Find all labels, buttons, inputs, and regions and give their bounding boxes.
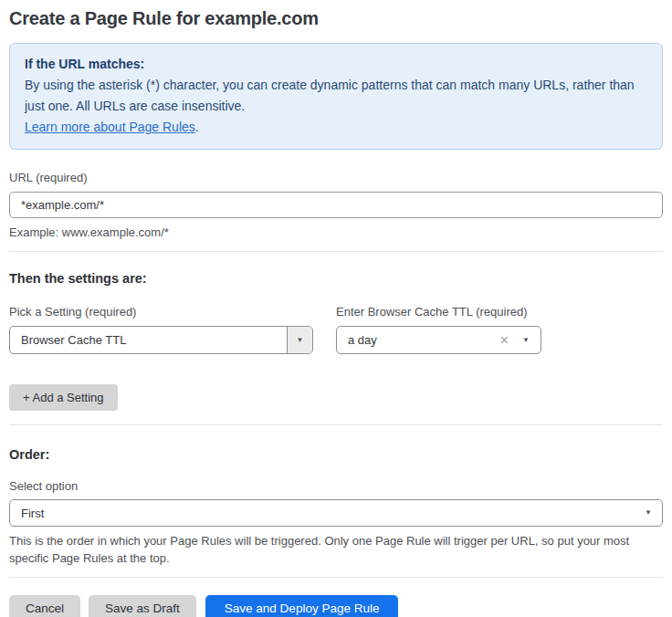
cancel-button[interactable]: Cancel [9,595,80,617]
info-box-heading: If the URL matches: [25,54,647,75]
url-input[interactable] [9,192,663,218]
settings-row: Pick a Setting (required) Browser Cache … [9,305,663,354]
order-select[interactable]: First ▼ [9,499,663,527]
ttl-setting-column: Enter Browser Cache TTL (required) a day… [336,305,541,354]
info-box-body: By using the asterisk (*) character, you… [25,75,647,117]
pick-setting-value: Browser Cache TTL [10,333,287,347]
pick-setting-select[interactable]: Browser Cache TTL ▼ [9,326,313,354]
ttl-value: a day [337,333,500,347]
pick-setting-column: Pick a Setting (required) Browser Cache … [9,305,313,354]
clear-icon[interactable]: × [500,333,509,348]
order-description: This is the order in which your Page Rul… [9,532,663,567]
page-title: Create a Page Rule for example.com [9,8,663,29]
ttl-value-select[interactable]: a day × ▼ [336,326,541,354]
divider [9,251,663,252]
save-as-draft-button[interactable]: Save as Draft [89,595,196,617]
settings-section-heading: Then the settings are: [9,271,663,286]
link-suffix: . [195,120,199,134]
url-match-info-box: If the URL matches: By using the asteris… [9,43,663,150]
pick-setting-label: Pick a Setting (required) [9,305,313,319]
learn-more-link[interactable]: Learn more about Page Rules [25,120,195,134]
info-link-line: Learn more about Page Rules. [25,117,647,138]
page-rule-form: Create a Page Rule for example.com If th… [0,0,672,617]
divider [9,577,663,578]
chevron-down-icon: ▼ [522,337,530,344]
pick-setting-arrow-segment[interactable]: ▼ [287,327,312,353]
save-and-deploy-button[interactable]: Save and Deploy Page Rule [205,595,399,617]
chevron-down-icon: ▼ [645,509,652,517]
ttl-setting-label: Enter Browser Cache TTL (required) [336,305,541,319]
chevron-down-icon: ▼ [297,337,304,344]
footer-actions: Cancel Save as Draft Save and Deploy Pag… [9,595,663,617]
order-section-heading: Order: [9,447,663,462]
add-setting-button[interactable]: + Add a Setting [9,384,118,411]
divider [9,424,663,425]
url-example-helper: Example: www.example.com/* [9,225,663,239]
order-value: First [10,507,645,520]
url-field-label: URL (required) [9,171,663,184]
order-select-label: Select option [9,479,663,493]
